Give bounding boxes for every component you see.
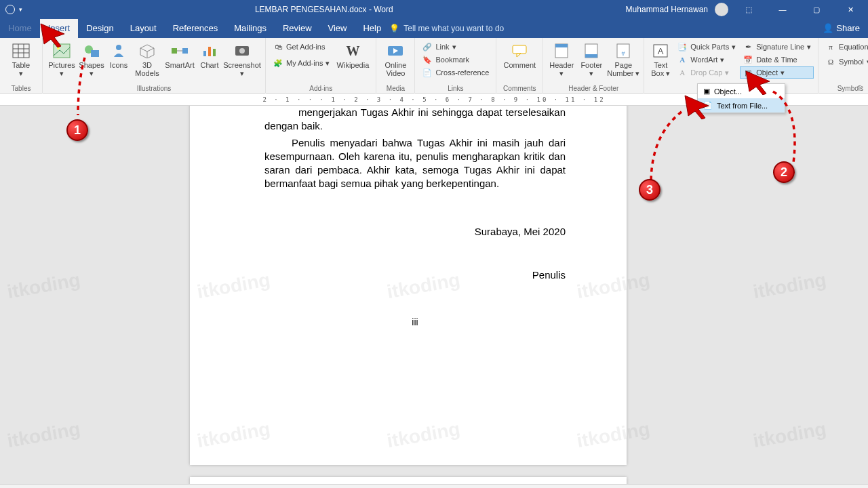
tell-me[interactable]: 💡 Tell me what you want to do bbox=[389, 24, 504, 33]
drop-cap-icon: A bbox=[677, 67, 688, 78]
screenshot-label: Screenshot bbox=[223, 61, 261, 69]
my-addins-label: My Add-ins bbox=[286, 59, 323, 67]
tab-insert[interactable]: Insert bbox=[40, 19, 79, 38]
bookmark-button[interactable]: 🔖Bookmark bbox=[419, 54, 492, 66]
shapes-icon bbox=[81, 42, 102, 60]
footer-label: Footer bbox=[580, 61, 602, 69]
online-video-label: Online Video bbox=[385, 61, 407, 77]
textfile-icon: 📄 bbox=[703, 101, 713, 110]
share-button[interactable]: 👤 Share bbox=[814, 19, 868, 38]
svg-rect-5 bbox=[54, 44, 70, 58]
tab-home[interactable]: Home bbox=[0, 19, 40, 38]
page-1: mengerjakan Tugas Akhir ini sehingga dap… bbox=[190, 106, 627, 465]
autosave-icon[interactable] bbox=[5, 5, 15, 14]
symbol-button[interactable]: ΩSymbol ▾ bbox=[823, 56, 868, 68]
page-number-button[interactable]: #Page Number ▾ bbox=[607, 41, 639, 77]
get-addins-button[interactable]: 🛍Get Add-ins bbox=[270, 41, 332, 53]
wordart-button[interactable]: AWordArt ▾ bbox=[674, 54, 738, 66]
tell-me-label: Tell me what you want to do bbox=[403, 24, 504, 33]
text-box-button[interactable]: AText Box ▾ bbox=[648, 41, 673, 77]
online-video-button[interactable]: Online Video bbox=[380, 41, 410, 77]
table-label: Table bbox=[12, 61, 30, 69]
ribbon-tabs: Home Insert Design Layout References Mai… bbox=[0, 19, 868, 38]
tab-review[interactable]: Review bbox=[275, 19, 320, 38]
my-addins-button[interactable]: 🧩My Add-ins ▾ bbox=[270, 57, 332, 69]
chart-button[interactable]: Chart bbox=[197, 41, 222, 69]
doc-line-1: mengerjakan Tugas Akhir ini sehingga dap… bbox=[264, 106, 566, 134]
tab-mailings[interactable]: Mailings bbox=[226, 19, 275, 38]
comment-button[interactable]: Comment bbox=[500, 41, 538, 69]
menu-item-text-from-file[interactable]: 📄Text from File... bbox=[698, 98, 785, 113]
group-media-label: Media bbox=[380, 85, 410, 94]
wikipedia-button[interactable]: WWikipedia bbox=[334, 41, 372, 69]
pictures-button[interactable]: Pictures▾ bbox=[47, 41, 77, 77]
object-icon: ▣ bbox=[743, 67, 753, 78]
cross-reference-button[interactable]: 📄Cross-reference bbox=[419, 66, 492, 79]
doc-author: Penulis bbox=[264, 268, 566, 282]
tab-design[interactable]: Design bbox=[78, 19, 121, 38]
cross-reference-label: Cross-reference bbox=[435, 68, 489, 77]
date-time-button[interactable]: 📅Date & Time bbox=[740, 54, 814, 66]
watermark: itkoding bbox=[751, 269, 828, 303]
shapes-button[interactable]: Shapes▾ bbox=[78, 41, 105, 77]
symbol-label: Symbol bbox=[839, 58, 864, 66]
object-button[interactable]: ▣Object ▾ bbox=[740, 66, 814, 79]
wordart-label: WordArt bbox=[690, 56, 717, 64]
watermark: itkoding bbox=[5, 269, 82, 303]
3dmodels-button[interactable]: 3D Models bbox=[132, 41, 162, 77]
object-dropdown-menu: ▣Object... 📄Text from File... bbox=[697, 83, 785, 113]
signature-line-button[interactable]: ✒Signature Line ▾ bbox=[740, 41, 814, 53]
footer-button[interactable]: Footer▾ bbox=[577, 41, 606, 77]
chart-label: Chart bbox=[201, 61, 219, 69]
tab-layout[interactable]: Layout bbox=[122, 19, 165, 38]
signature-line-label: Signature Line bbox=[756, 43, 804, 51]
group-links: 🔗Link ▾ 🔖Bookmark 📄Cross-reference Links bbox=[415, 38, 496, 94]
equation-label: Equation bbox=[839, 43, 868, 51]
pictures-icon bbox=[52, 42, 72, 60]
share-label: Share bbox=[836, 19, 860, 38]
minimize-button[interactable]: — bbox=[769, 0, 796, 19]
user-name[interactable]: Muhammad Hernawan bbox=[626, 5, 708, 14]
header-label: Header bbox=[549, 61, 574, 69]
group-header-footer: Header▾ Footer▾ #Page Number ▾ Header & … bbox=[543, 38, 644, 94]
addins-icon: 🧩 bbox=[273, 58, 283, 68]
footer-icon bbox=[581, 42, 601, 60]
table-button[interactable]: Table▾ bbox=[4, 41, 38, 77]
drop-cap-label: Drop Cap bbox=[690, 68, 722, 77]
maximize-button[interactable]: ▢ bbox=[803, 0, 830, 19]
ribbon-display-icon[interactable]: ⬚ bbox=[735, 0, 762, 19]
svg-point-18 bbox=[239, 48, 245, 54]
svg-text:#: # bbox=[622, 50, 625, 57]
tab-view[interactable]: View bbox=[320, 19, 355, 38]
xref-icon: 📄 bbox=[422, 67, 433, 78]
link-icon: 🔗 bbox=[422, 41, 433, 52]
smartart-button[interactable]: SmartArt bbox=[163, 41, 196, 69]
tab-references[interactable]: References bbox=[165, 19, 226, 38]
bookmark-icon: 🔖 bbox=[422, 54, 433, 65]
header-button[interactable]: Header▾ bbox=[547, 41, 576, 77]
screenshot-button[interactable]: Screenshot▾ bbox=[223, 41, 261, 77]
svg-rect-26 bbox=[585, 54, 597, 58]
share-icon: 👤 bbox=[823, 19, 833, 38]
link-label: Link bbox=[435, 43, 449, 51]
icons-button[interactable]: Icons bbox=[106, 41, 131, 69]
group-addins-label: Add-ins bbox=[270, 85, 372, 94]
quick-parts-button[interactable]: 📑Quick Parts ▾ bbox=[674, 41, 738, 53]
collapse-ribbon-icon[interactable]: ︿ bbox=[856, 80, 864, 90]
group-header-footer-label: Header & Footer bbox=[547, 85, 639, 94]
link-button[interactable]: 🔗Link ▾ bbox=[419, 41, 492, 53]
quick-parts-label: Quick Parts bbox=[690, 43, 729, 51]
equation-button[interactable]: πEquation ▾ bbox=[823, 41, 868, 53]
tab-help[interactable]: Help bbox=[355, 19, 389, 38]
avatar[interactable] bbox=[715, 3, 728, 16]
menu-item-text-from-file-label: Text from File... bbox=[717, 102, 768, 110]
quick-parts-icon: 📑 bbox=[677, 41, 688, 52]
watermark: itkoding bbox=[751, 418, 828, 452]
screenshot-icon bbox=[232, 42, 252, 60]
pictures-label: Pictures bbox=[48, 61, 75, 69]
menu-item-object[interactable]: ▣Object... bbox=[698, 84, 785, 98]
smartart-icon bbox=[170, 42, 190, 60]
icons-icon bbox=[108, 42, 129, 60]
close-button[interactable]: ✕ bbox=[837, 0, 864, 19]
document-area[interactable]: mengerjakan Tugas Akhir ini sehingga dap… bbox=[0, 106, 868, 485]
